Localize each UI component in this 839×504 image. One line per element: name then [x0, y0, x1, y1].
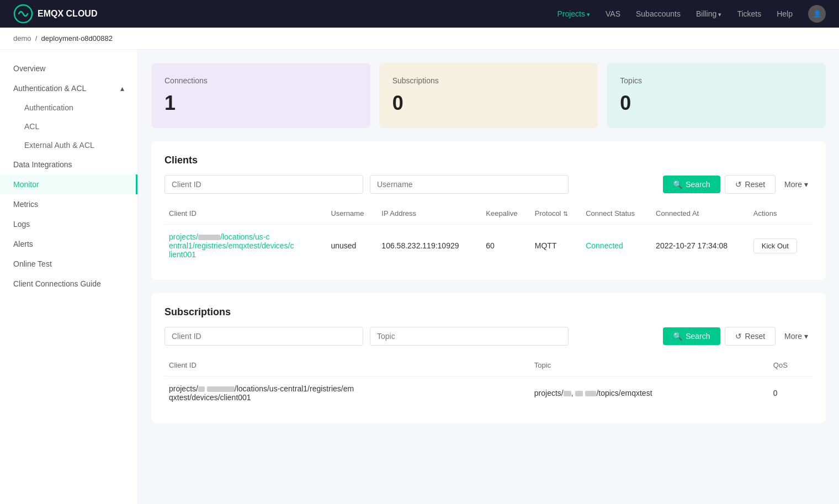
sub-topic-cell: projects/, /topics/emqxtest	[530, 376, 769, 410]
chevron-up-icon: ▴	[120, 84, 124, 93]
main-content: Connections 1 Subscriptions 0 Topics 0 C…	[138, 50, 839, 504]
clients-title: Clients	[164, 155, 813, 166]
sidebar-group-auth-acl[interactable]: Authentication & ACL ▴	[0, 78, 137, 98]
avatar[interactable]: 👤	[808, 5, 826, 23]
actions-cell: Kick Out	[749, 225, 813, 267]
col-ip-address: IP Address	[377, 203, 481, 225]
kick-out-button[interactable]: Kick Out	[753, 238, 797, 253]
connect-status-cell: Connected	[581, 225, 651, 267]
subscriptions-client-id-input[interactable]	[164, 327, 363, 346]
subscriptions-label: Subscriptions	[392, 76, 585, 85]
layout: Overview Authentication & ACL ▴ Authenti…	[0, 50, 839, 504]
nav-tickets[interactable]: Tickets	[737, 9, 761, 18]
sub-qos-cell: 0	[769, 376, 813, 410]
sidebar-item-monitor[interactable]: Monitor	[0, 174, 137, 194]
logo-text: EMQX CLOUD	[38, 9, 97, 19]
sidebar-item-external-auth[interactable]: External Auth & ACL	[0, 136, 137, 155]
subscriptions-title: Subscriptions	[164, 306, 813, 318]
connections-label: Connections	[164, 76, 357, 85]
col-keepalive: Keepalive	[481, 203, 530, 225]
sidebar-item-client-guide[interactable]: Client Connections Guide	[0, 274, 137, 294]
sidebar-item-acl[interactable]: ACL	[0, 117, 137, 136]
sub-col-client-id: Client ID	[164, 354, 530, 376]
subscriptions-search-button[interactable]: 🔍 Search	[663, 327, 720, 345]
chevron-down-icon: ▾	[804, 180, 808, 189]
topnav-nav: Projects VAS Subaccounts Billing Tickets…	[557, 5, 826, 23]
subscriptions-filter-actions: 🔍 Search ↺ Reset More ▾	[663, 327, 813, 346]
sidebar-item-authentication[interactable]: Authentication	[0, 98, 137, 117]
sidebar-item-logs[interactable]: Logs	[0, 214, 137, 234]
stats-row: Connections 1 Subscriptions 0 Topics 0	[151, 63, 826, 128]
clients-filter-actions: 🔍 Search ↺ Reset More ▾	[663, 175, 813, 194]
subscriptions-more-button[interactable]: More ▾	[780, 327, 813, 345]
reset-icon: ↺	[735, 180, 742, 189]
clients-table-header-row: Client ID Username IP Address Keepalive …	[164, 203, 813, 225]
connected-at-cell: 2022-10-27 17:34:08	[651, 225, 749, 267]
nav-help[interactable]: Help	[777, 9, 793, 18]
sub-client-id-cell: projects/ /locations/us-central1/registr…	[164, 376, 530, 410]
subscriptions-filter-row: 🔍 Search ↺ Reset More ▾	[164, 327, 813, 346]
topnav: EMQX CLOUD Projects VAS Subaccounts Bill…	[0, 0, 839, 28]
keepalive-cell: 60	[481, 225, 530, 267]
topics-value: 0	[620, 92, 813, 115]
clients-client-id-input[interactable]	[164, 175, 363, 194]
col-protocol: Protocol ⇅	[530, 203, 581, 225]
breadcrumb-demo[interactable]: demo	[13, 34, 31, 43]
sidebar-item-overview[interactable]: Overview	[0, 59, 137, 78]
search-icon: 🔍	[673, 332, 682, 341]
clients-username-input[interactable]	[370, 175, 569, 194]
table-row: projects//locations/us-central1/registri…	[164, 225, 813, 267]
col-actions: Actions	[749, 203, 813, 225]
nav-subaccounts[interactable]: Subaccounts	[636, 9, 681, 18]
subscriptions-value: 0	[392, 92, 585, 115]
sidebar: Overview Authentication & ACL ▴ Authenti…	[0, 50, 138, 504]
col-client-id: Client ID	[164, 203, 326, 225]
sidebar-item-online-test[interactable]: Online Test	[0, 254, 137, 274]
breadcrumb: demo / deployment-o8d00882	[0, 28, 839, 50]
subscriptions-table-header-row: Client ID Topic QoS	[164, 354, 813, 376]
nav-projects[interactable]: Projects	[557, 9, 590, 18]
subscriptions-section: Subscriptions 🔍 Search ↺ Reset More ▾	[151, 293, 826, 423]
client-id-link[interactable]: projects//locations/us-central1/registri…	[169, 232, 294, 259]
username-cell: unused	[326, 225, 377, 267]
clients-filter-row: 🔍 Search ↺ Reset More ▾	[164, 175, 813, 194]
connections-card: Connections 1	[151, 63, 370, 128]
clients-table: Client ID Username IP Address Keepalive …	[164, 203, 813, 267]
reset-icon: ↺	[735, 332, 742, 341]
subscriptions-card: Subscriptions 0	[379, 63, 598, 128]
table-row: projects/ /locations/us-central1/registr…	[164, 376, 813, 410]
connections-value: 1	[164, 92, 357, 115]
breadcrumb-deployment: deployment-o8d00882	[41, 34, 113, 43]
clients-search-button[interactable]: 🔍 Search	[663, 176, 720, 193]
nav-billing[interactable]: Billing	[696, 9, 721, 18]
col-connected-at: Connected At	[651, 203, 749, 225]
client-id-cell: projects//locations/us-central1/registri…	[164, 225, 326, 267]
col-connect-status: Connect Status	[581, 203, 651, 225]
subscriptions-reset-button[interactable]: ↺ Reset	[725, 327, 776, 346]
clients-reset-button[interactable]: ↺ Reset	[725, 175, 776, 194]
sidebar-item-data-integrations[interactable]: Data Integrations	[0, 155, 137, 174]
chevron-down-icon: ▾	[804, 332, 808, 341]
sidebar-item-alerts[interactable]: Alerts	[0, 234, 137, 254]
sidebar-item-metrics[interactable]: Metrics	[0, 194, 137, 214]
clients-section: Clients 🔍 Search ↺ Reset More ▾	[151, 141, 826, 280]
sub-col-topic: Topic	[530, 354, 769, 376]
search-icon: 🔍	[673, 180, 682, 189]
topics-card: Topics 0	[607, 63, 826, 128]
logo[interactable]: EMQX CLOUD	[13, 4, 539, 24]
status-badge: Connected	[586, 241, 623, 250]
col-username: Username	[326, 203, 377, 225]
subscriptions-topic-input[interactable]	[370, 327, 569, 346]
ip-address-cell: 106.58.232.119:10929	[377, 225, 481, 267]
topics-label: Topics	[620, 76, 813, 85]
nav-vas[interactable]: VAS	[606, 9, 620, 18]
sub-col-qos: QoS	[769, 354, 813, 376]
protocol-cell: MQTT	[530, 225, 581, 267]
clients-more-button[interactable]: More ▾	[780, 176, 813, 193]
subscriptions-table: Client ID Topic QoS projects/ /locations…	[164, 354, 813, 410]
